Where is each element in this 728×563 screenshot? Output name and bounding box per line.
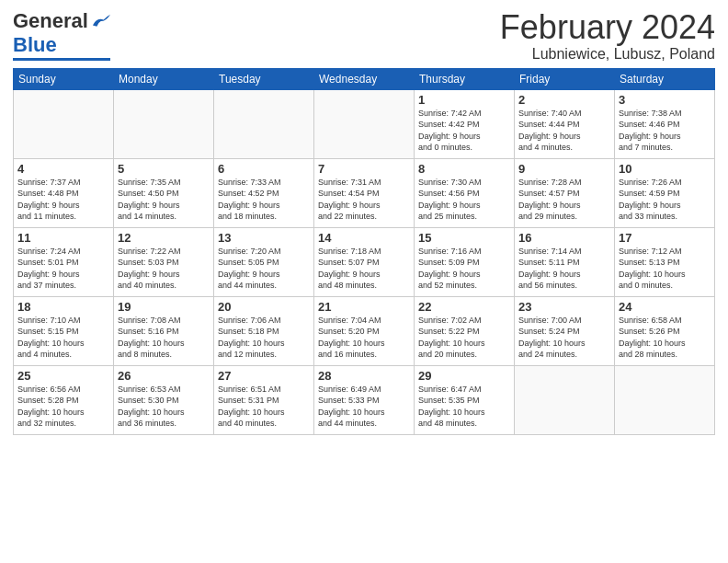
day-number: 10 (619, 162, 711, 176)
week-row-3: 11Sunrise: 7:24 AM Sunset: 5:01 PM Dayli… (14, 227, 715, 296)
logo-underline (13, 58, 110, 61)
weekday-header-row: SundayMondayTuesdayWednesdayThursdayFrid… (14, 68, 715, 89)
day-number: 9 (518, 162, 610, 176)
main-container: General Blue February 2024 Lubniewice, L… (0, 0, 728, 441)
day-cell: 21Sunrise: 7:04 AM Sunset: 5:20 PM Dayli… (314, 296, 415, 365)
day-number: 14 (318, 231, 410, 245)
day-cell: 26Sunrise: 6:53 AM Sunset: 5:30 PM Dayli… (114, 365, 214, 434)
day-cell (114, 89, 214, 158)
day-number: 21 (318, 300, 410, 314)
week-row-4: 18Sunrise: 7:10 AM Sunset: 5:15 PM Dayli… (14, 296, 715, 365)
day-number: 3 (619, 93, 711, 107)
day-info: Sunrise: 7:16 AM Sunset: 5:09 PM Dayligh… (418, 246, 510, 292)
weekday-thursday: Thursday (415, 68, 515, 89)
day-number: 29 (418, 369, 510, 383)
day-cell: 23Sunrise: 7:00 AM Sunset: 5:24 PM Dayli… (515, 296, 615, 365)
day-cell: 22Sunrise: 7:02 AM Sunset: 5:22 PM Dayli… (415, 296, 515, 365)
day-number: 27 (218, 369, 310, 383)
week-row-1: 1Sunrise: 7:42 AM Sunset: 4:42 PM Daylig… (14, 89, 715, 158)
day-cell: 6Sunrise: 7:33 AM Sunset: 4:52 PM Daylig… (214, 158, 314, 227)
day-number: 26 (118, 369, 210, 383)
day-cell: 14Sunrise: 7:18 AM Sunset: 5:07 PM Dayli… (314, 227, 415, 296)
weekday-friday: Friday (515, 68, 615, 89)
day-number: 4 (17, 162, 109, 176)
day-info: Sunrise: 7:37 AM Sunset: 4:48 PM Dayligh… (17, 177, 109, 223)
day-cell: 24Sunrise: 6:58 AM Sunset: 5:26 PM Dayli… (615, 296, 715, 365)
day-cell: 1Sunrise: 7:42 AM Sunset: 4:42 PM Daylig… (415, 89, 515, 158)
day-info: Sunrise: 7:06 AM Sunset: 5:18 PM Dayligh… (218, 315, 310, 361)
day-number: 24 (619, 300, 711, 314)
calendar-table: SundayMondayTuesdayWednesdayThursdayFrid… (13, 68, 715, 435)
day-number: 2 (518, 93, 610, 107)
day-cell: 18Sunrise: 7:10 AM Sunset: 5:15 PM Dayli… (14, 296, 114, 365)
day-cell: 2Sunrise: 7:40 AM Sunset: 4:44 PM Daylig… (515, 89, 615, 158)
month-title: February 2024 (500, 9, 715, 46)
day-cell: 3Sunrise: 7:38 AM Sunset: 4:46 PM Daylig… (615, 89, 715, 158)
day-number: 18 (17, 300, 109, 314)
day-number: 12 (118, 231, 210, 245)
day-cell: 29Sunrise: 6:47 AM Sunset: 5:35 PM Dayli… (415, 365, 515, 434)
day-info: Sunrise: 6:47 AM Sunset: 5:35 PM Dayligh… (418, 384, 510, 430)
logo-general: General (13, 9, 88, 33)
day-info: Sunrise: 7:04 AM Sunset: 5:20 PM Dayligh… (318, 315, 410, 361)
week-row-5: 25Sunrise: 6:56 AM Sunset: 5:28 PM Dayli… (14, 365, 715, 434)
day-cell: 17Sunrise: 7:12 AM Sunset: 5:13 PM Dayli… (615, 227, 715, 296)
day-number: 20 (218, 300, 310, 314)
day-cell: 20Sunrise: 7:06 AM Sunset: 5:18 PM Dayli… (214, 296, 314, 365)
day-info: Sunrise: 7:14 AM Sunset: 5:11 PM Dayligh… (518, 246, 610, 292)
day-info: Sunrise: 6:58 AM Sunset: 5:26 PM Dayligh… (619, 315, 711, 361)
day-cell: 19Sunrise: 7:08 AM Sunset: 5:16 PM Dayli… (114, 296, 214, 365)
day-number: 13 (218, 231, 310, 245)
day-cell: 11Sunrise: 7:24 AM Sunset: 5:01 PM Dayli… (14, 227, 114, 296)
weekday-wednesday: Wednesday (314, 68, 415, 89)
day-cell: 13Sunrise: 7:20 AM Sunset: 5:05 PM Dayli… (214, 227, 314, 296)
day-info: Sunrise: 7:20 AM Sunset: 5:05 PM Dayligh… (218, 246, 310, 292)
day-number: 25 (17, 369, 109, 383)
day-cell: 7Sunrise: 7:31 AM Sunset: 4:54 PM Daylig… (314, 158, 415, 227)
weekday-monday: Monday (114, 68, 214, 89)
day-info: Sunrise: 7:12 AM Sunset: 5:13 PM Dayligh… (619, 246, 711, 292)
day-info: Sunrise: 7:42 AM Sunset: 4:42 PM Dayligh… (418, 108, 510, 154)
logo-text: General (13, 9, 110, 33)
day-cell: 15Sunrise: 7:16 AM Sunset: 5:09 PM Dayli… (415, 227, 515, 296)
weekday-sunday: Sunday (14, 68, 114, 89)
day-number: 16 (518, 231, 610, 245)
day-cell: 8Sunrise: 7:30 AM Sunset: 4:56 PM Daylig… (415, 158, 515, 227)
day-number: 22 (418, 300, 510, 314)
day-number: 1 (418, 93, 510, 107)
day-info: Sunrise: 7:24 AM Sunset: 5:01 PM Dayligh… (17, 246, 109, 292)
day-info: Sunrise: 7:02 AM Sunset: 5:22 PM Dayligh… (418, 315, 510, 361)
day-cell (515, 365, 615, 434)
day-info: Sunrise: 6:51 AM Sunset: 5:31 PM Dayligh… (218, 384, 310, 430)
logo-bird-icon (90, 13, 110, 29)
logo: General Blue (13, 9, 110, 61)
day-info: Sunrise: 6:49 AM Sunset: 5:33 PM Dayligh… (318, 384, 410, 430)
weekday-saturday: Saturday (615, 68, 715, 89)
day-cell (314, 89, 415, 158)
day-cell (615, 365, 715, 434)
header: General Blue February 2024 Lubniewice, L… (13, 9, 715, 63)
day-info: Sunrise: 7:30 AM Sunset: 4:56 PM Dayligh… (418, 177, 510, 223)
day-cell: 28Sunrise: 6:49 AM Sunset: 5:33 PM Dayli… (314, 365, 415, 434)
day-info: Sunrise: 6:53 AM Sunset: 5:30 PM Dayligh… (118, 384, 210, 430)
day-cell: 25Sunrise: 6:56 AM Sunset: 5:28 PM Dayli… (14, 365, 114, 434)
location-title: Lubniewice, Lubusz, Poland (500, 46, 715, 63)
day-number: 11 (17, 231, 109, 245)
day-info: Sunrise: 7:26 AM Sunset: 4:59 PM Dayligh… (619, 177, 711, 223)
day-number: 28 (318, 369, 410, 383)
day-info: Sunrise: 7:22 AM Sunset: 5:03 PM Dayligh… (118, 246, 210, 292)
logo-blue-text: Blue (13, 33, 57, 57)
day-number: 5 (118, 162, 210, 176)
day-info: Sunrise: 7:38 AM Sunset: 4:46 PM Dayligh… (619, 108, 711, 154)
day-cell: 12Sunrise: 7:22 AM Sunset: 5:03 PM Dayli… (114, 227, 214, 296)
day-number: 8 (418, 162, 510, 176)
day-cell (214, 89, 314, 158)
day-info: Sunrise: 7:33 AM Sunset: 4:52 PM Dayligh… (218, 177, 310, 223)
day-info: Sunrise: 7:28 AM Sunset: 4:57 PM Dayligh… (518, 177, 610, 223)
day-cell: 4Sunrise: 7:37 AM Sunset: 4:48 PM Daylig… (14, 158, 114, 227)
day-cell: 5Sunrise: 7:35 AM Sunset: 4:50 PM Daylig… (114, 158, 214, 227)
day-cell: 10Sunrise: 7:26 AM Sunset: 4:59 PM Dayli… (615, 158, 715, 227)
day-number: 17 (619, 231, 711, 245)
title-block: February 2024 Lubniewice, Lubusz, Poland (500, 9, 715, 63)
day-number: 7 (318, 162, 410, 176)
